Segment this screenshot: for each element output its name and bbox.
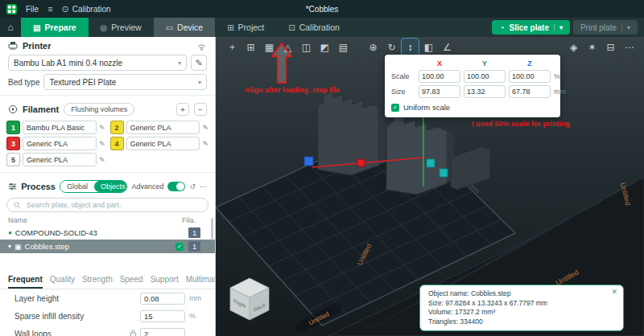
mirror-icon[interactable]: ◧ [420, 39, 437, 55]
gizmo-handle-uniform[interactable] [440, 169, 448, 177]
edit-filament-icon[interactable]: ✎ [99, 140, 105, 148]
uniform-scale-checkbox[interactable]: ✓ [391, 104, 399, 112]
viewport-3d[interactable]: Untitled Untitled [216, 37, 644, 336]
print-plate-button[interactable]: Print plate ▾ [573, 20, 638, 35]
rotate-icon[interactable]: ↻ [383, 39, 400, 55]
tab-multimaterial[interactable]: Multimaterial [186, 275, 215, 289]
move-icon[interactable]: ⊕ [365, 39, 382, 55]
navigation-cube[interactable]: Right Back [229, 277, 270, 326]
edit-filament-icon[interactable]: ✎ [202, 124, 208, 132]
calibration-menu-icon: ⊙ [62, 4, 69, 14]
close-icon[interactable]: ✕ [611, 288, 617, 297]
assembly-icon[interactable]: ◈ [565, 39, 582, 55]
gizmo-handle-uniform[interactable] [427, 159, 435, 167]
device-icon: ▭ [166, 23, 173, 32]
slice-dropdown-caret-icon[interactable]: ▾ [554, 24, 563, 31]
filament-badge[interactable]: 1 [188, 241, 200, 252]
tab-strength[interactable]: Strength [82, 275, 113, 289]
filament-item-3: 3 Generic PLA ✎ [6, 137, 105, 150]
hamburger-menu-icon[interactable]: ≡ [47, 4, 52, 14]
calibration-menu[interactable]: ⊙ Calibration [62, 4, 111, 14]
size-y-input[interactable] [464, 85, 506, 98]
filament-color-chip[interactable]: 2 [110, 121, 124, 134]
table-row-cobbles[interactable]: ▾ ▣ Cobbles.step ✓ 1 [0, 240, 215, 253]
table-scrollbar[interactable] [211, 218, 213, 240]
tab-prepare[interactable]: ▤ Prepare [21, 18, 89, 37]
advanced-toggle[interactable] [167, 182, 185, 191]
file-menu[interactable]: File [26, 5, 39, 14]
search-input[interactable] [25, 200, 201, 210]
tab-project-label: Project [238, 23, 265, 32]
process-menu-icon[interactable]: ⋯ [200, 182, 207, 191]
filament-select[interactable]: Generic PLA [126, 121, 200, 134]
remove-filament-button[interactable]: − [194, 103, 207, 116]
wifi-connection-icon[interactable] [196, 41, 207, 51]
toggle-global[interactable]: Global [60, 181, 94, 192]
edit-filament-icon[interactable]: ✎ [99, 124, 105, 132]
home-button[interactable]: ⌂ [0, 18, 21, 37]
measure-icon[interactable]: ∠ [439, 39, 456, 55]
toggle-objects[interactable]: Objects [94, 181, 127, 192]
explode-icon[interactable]: ✶ [584, 39, 601, 55]
expand-caret-icon[interactable]: ▾ [8, 243, 11, 250]
filament-item-1: 1 Bambu PLA Basic ✎ [6, 121, 105, 134]
lock-icon[interactable] [130, 330, 137, 336]
scale-y-input[interactable] [464, 70, 506, 83]
filament-color-chip[interactable]: 3 [6, 137, 20, 150]
cut-icon[interactable]: ⊟ [602, 39, 619, 55]
tab-speed[interactable]: Speed [120, 275, 143, 289]
filament-badge[interactable]: 1 [188, 227, 200, 238]
tab-support[interactable]: Support [151, 275, 179, 289]
split-objects-icon[interactable]: ◫ [298, 39, 315, 55]
app-logo-icon[interactable] [6, 4, 17, 14]
edit-filament-icon[interactable]: ✎ [99, 156, 105, 164]
edit-filament-icon[interactable]: ✎ [202, 140, 208, 148]
print-dropdown-caret-icon[interactable]: ▾ [621, 24, 630, 31]
filament-list: 1 Bambu PLA Basic ✎ 2 Generic PLA ✎ 3 Ge… [0, 118, 215, 169]
tab-prepare-label: Prepare [44, 23, 76, 32]
layer-height-input[interactable] [140, 293, 185, 305]
bed-type-row: Bed type Textured PEI Plate ▾ [0, 72, 215, 92]
split-parts-icon[interactable]: ◩ [316, 39, 333, 55]
gizmo-handle-red[interactable] [357, 159, 365, 166]
tab-project[interactable]: ⊞ Project [215, 18, 276, 37]
filament-select[interactable]: Bambu PLA Basic [23, 121, 97, 134]
object-name: Cobbles.step [25, 242, 69, 251]
size-z-input[interactable] [509, 85, 551, 98]
wall-loops-input[interactable] [140, 328, 185, 336]
print-plate-label: Print plate [580, 23, 617, 32]
tab-preview[interactable]: ◎ Preview [89, 18, 154, 37]
infill-density-input[interactable] [140, 310, 185, 322]
filament-color-chip[interactable]: 1 [6, 121, 20, 134]
scale-x-input[interactable] [419, 70, 460, 83]
tab-quality[interactable]: Quality [50, 275, 75, 289]
slice-plate-button[interactable]: ◔ Slice plate ▾ [492, 20, 570, 35]
filament-select[interactable]: Generic PLA [126, 137, 200, 150]
more-tools-icon[interactable]: ⋯ [621, 39, 638, 55]
bed-type-select[interactable]: Textured PEI Plate ▾ [43, 74, 207, 90]
variable-layer-icon[interactable]: ▤ [335, 39, 352, 55]
gizmo-handle-blue[interactable] [304, 157, 313, 166]
size-x-input[interactable] [419, 85, 460, 98]
edit-printer-button[interactable]: ✎ [191, 55, 207, 71]
filament-color-chip[interactable]: 4 [110, 137, 124, 150]
search-box[interactable] [6, 198, 208, 212]
object-visible-checkbox[interactable]: ✓ [175, 243, 184, 251]
flushing-volumes-button[interactable]: Flushing volumes [64, 103, 134, 116]
tab-frequent[interactable]: Frequent [8, 275, 43, 289]
table-row-compound-solid[interactable]: ● COMPOUND-SOLID-43 1 [0, 226, 215, 240]
scale-icon[interactable]: ↕ [402, 39, 419, 55]
add-icon[interactable]: + [224, 39, 241, 55]
filament-color-chip[interactable]: 5 [6, 153, 20, 166]
printer-select[interactable]: Bambu Lab A1 mini 0.4 nozzle ▾ [8, 55, 187, 71]
tab-calibration[interactable]: ⊡ Calibration [276, 18, 352, 37]
filament-select[interactable]: Generic PLA [23, 153, 97, 166]
param-infill-density: Sparse infill density % [0, 307, 215, 325]
scale-z-input[interactable] [509, 70, 551, 83]
process-reset-icon[interactable]: ↺ [189, 182, 196, 191]
filament-select[interactable]: Generic PLA [23, 137, 97, 150]
filament-item-4: 4 Generic PLA ✎ [110, 137, 209, 150]
add-filament-button[interactable]: + [176, 103, 189, 116]
add-plate-icon[interactable]: ⊞ [242, 39, 259, 55]
tab-device[interactable]: ▭ Device [154, 18, 216, 37]
